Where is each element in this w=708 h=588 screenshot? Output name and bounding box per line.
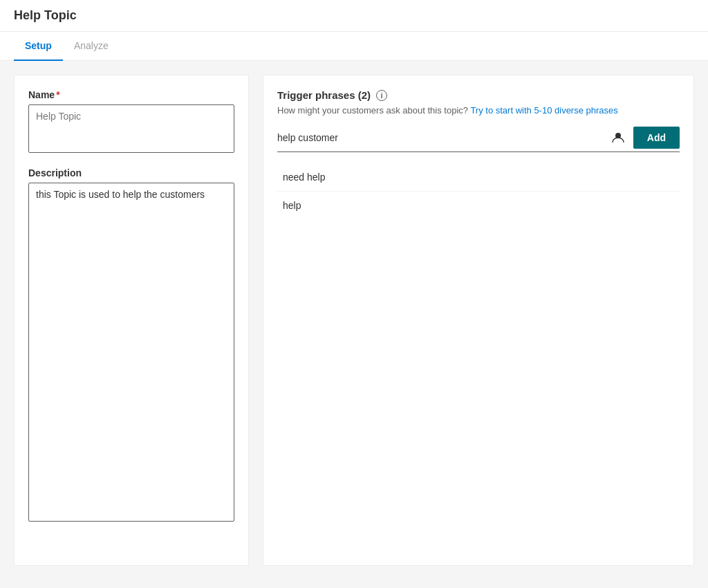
trigger-desc-link[interactable]: Try to start with 5-10 diverse phrases: [470, 105, 617, 116]
trigger-input[interactable]: [277, 129, 603, 146]
person-icon: [611, 131, 625, 145]
person-icon-button[interactable]: [608, 128, 628, 147]
list-item: need help: [277, 163, 680, 192]
name-field-label: Name *: [28, 89, 234, 100]
description-field-label: Description: [28, 167, 234, 178]
trigger-title: Trigger phrases (2): [277, 89, 371, 101]
page-header: Help Topic: [0, 0, 708, 32]
name-input[interactable]: [28, 104, 234, 153]
tab-setup[interactable]: Setup: [14, 32, 63, 61]
add-button[interactable]: Add: [633, 127, 680, 149]
tabs-bar: Setup Analyze: [0, 32, 708, 61]
info-icon[interactable]: i: [376, 90, 387, 101]
trigger-input-row: Add: [277, 127, 680, 152]
right-panel: Trigger phrases (2) i How might your cus…: [263, 75, 694, 566]
list-item: help: [277, 192, 680, 219]
trigger-description: How might your customers ask about this …: [277, 105, 680, 116]
description-textarea[interactable]: [28, 183, 234, 522]
name-label-text: Name: [28, 89, 55, 100]
required-indicator: *: [56, 89, 59, 100]
trigger-desc-static: How might your customers ask about this …: [277, 105, 468, 116]
page-title: Help Topic: [14, 8, 694, 23]
trigger-header: Trigger phrases (2) i: [277, 89, 680, 101]
main-content: Name * Description Trigger phrases (2) i…: [0, 61, 708, 580]
tab-analyze[interactable]: Analyze: [63, 32, 120, 61]
phrase-list: need help help: [277, 163, 680, 219]
left-panel: Name * Description: [14, 75, 249, 566]
